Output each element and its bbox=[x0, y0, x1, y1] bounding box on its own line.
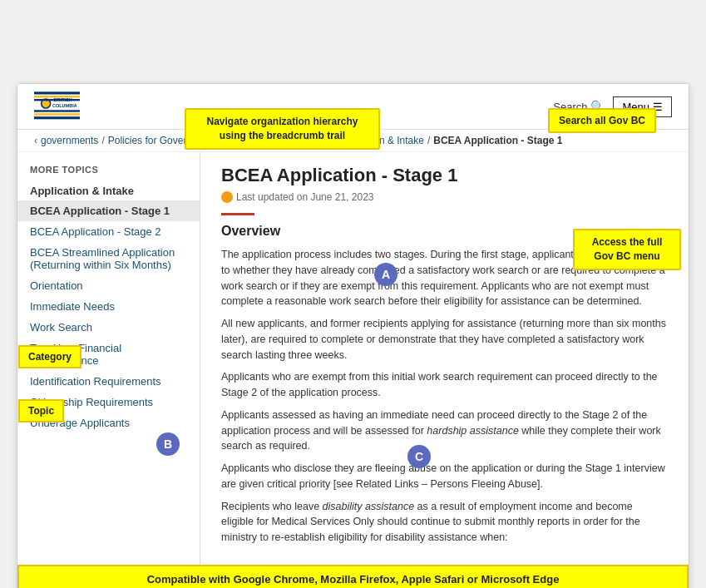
sidebar-item-immediate-needs[interactable]: Immediate Needs bbox=[17, 296, 200, 317]
bc-logo-icon: BRITISH COLUMBIA bbox=[34, 91, 80, 122]
marker-a: A bbox=[374, 263, 397, 286]
marker-c: C bbox=[407, 445, 431, 468]
browser-frame: BRITISH COLUMBIA Search 🔍 Menu ☰ ‹ gover… bbox=[17, 83, 689, 588]
sidebar-item-stage2[interactable]: BCEA Application - Stage 2 bbox=[17, 221, 200, 242]
sidebar-item-identification[interactable]: Identification Requirements bbox=[17, 371, 200, 392]
content-area: BCEA Application - Stage 1 Last updated … bbox=[200, 152, 689, 565]
breadcrumb-governments[interactable]: governments bbox=[41, 135, 98, 146]
breadcrumb-back-icon[interactable]: ‹ bbox=[34, 135, 37, 146]
svg-text:BRITISH: BRITISH bbox=[54, 97, 72, 102]
sidebar-item-work-search[interactable]: Work Search bbox=[17, 317, 200, 338]
logo-area: BRITISH COLUMBIA bbox=[34, 91, 80, 122]
section-divider bbox=[221, 213, 254, 215]
breadcrumb-callout: Navigate organization hierarchy using th… bbox=[185, 108, 380, 150]
content-para-2: All new applicants, and former recipient… bbox=[221, 316, 668, 363]
svg-text:COLUMBIA: COLUMBIA bbox=[52, 103, 77, 108]
sidebar-item-stage1[interactable]: BCEA Application - Stage 1 bbox=[17, 200, 200, 221]
breadcrumb-current: BCEA Application - Stage 1 bbox=[433, 135, 562, 146]
marker-b: B bbox=[156, 432, 180, 456]
svg-rect-8 bbox=[34, 116, 80, 119]
content-para-3: Applicants who are exempt from this init… bbox=[221, 369, 668, 401]
search-callout: Search all Gov BC bbox=[548, 108, 656, 133]
page-title: BCEA Application - Stage 1 bbox=[221, 165, 668, 186]
svg-rect-7 bbox=[34, 113, 80, 115]
svg-rect-3 bbox=[34, 91, 80, 94]
sidebar-item-orientation[interactable]: Orientation bbox=[17, 275, 200, 296]
content-para-4: Applicants assessed as having an immedia… bbox=[221, 408, 668, 454]
footer-bar: Compatible with Google Chrome, Mozilla F… bbox=[17, 565, 689, 588]
content-para-5: Applicants who disclose they are fleeing… bbox=[221, 461, 668, 492]
svg-rect-6 bbox=[34, 110, 80, 111]
topic-label: Topic bbox=[18, 399, 64, 422]
sidebar-category: Application & Intake bbox=[17, 181, 200, 200]
last-updated: Last updated on June 21, 2023 bbox=[221, 191, 668, 203]
main-content: MORE TOPICS Application & Intake BCEA Ap… bbox=[17, 152, 689, 565]
sidebar-more-topics: MORE TOPICS bbox=[17, 165, 200, 181]
menu-access-callout: Access the full Gov BC menu bbox=[573, 229, 681, 270]
content-para-6: Recipients who leave disability assistan… bbox=[221, 499, 668, 546]
screenshot-wrapper: Navigate organization hierarchy using th… bbox=[0, 83, 706, 588]
sidebar-item-streamlined[interactable]: BCEA Streamlined Application (Returning … bbox=[17, 242, 200, 275]
category-label: Category bbox=[18, 345, 81, 368]
